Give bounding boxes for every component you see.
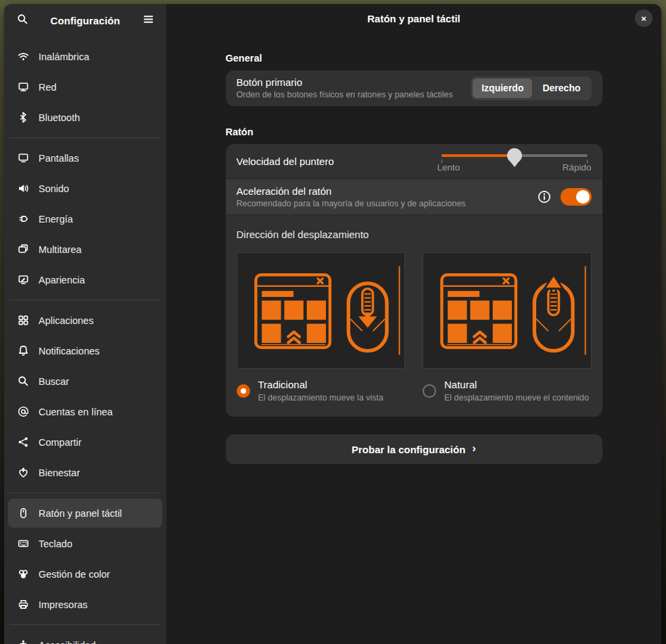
sidebar-item-label: Multitarea: [39, 244, 82, 255]
pointer-speed-slider[interactable]: Lento Rápido: [437, 150, 592, 172]
sidebar-item-bienestar[interactable]: Bienestar: [8, 458, 162, 487]
sidebar-item-label: Compartir: [39, 437, 82, 448]
toggle-knob: [576, 190, 590, 204]
sound-icon: [17, 183, 29, 195]
sidebar-item-red[interactable]: Red: [8, 72, 162, 101]
mouse-icon: [17, 507, 29, 520]
sidebar-divider: [9, 624, 161, 625]
sidebar-item-energia[interactable]: Energía: [8, 204, 162, 233]
acceleration-toggle[interactable]: [561, 188, 592, 206]
info-icon[interactable]: [538, 190, 551, 204]
sidebar-item-label: Sonido: [39, 183, 69, 194]
search-icon: [17, 375, 29, 388]
sidebar-item-aplicaciones[interactable]: Aplicaciones: [8, 306, 162, 335]
sidebar-header: Configuración: [4, 4, 166, 35]
radio-tradicional[interactable]: [237, 384, 250, 398]
general-heading: General: [226, 53, 602, 64]
sidebar-item-label: Energía: [39, 214, 73, 225]
sidebar-item-impresoras[interactable]: Impresoras: [8, 590, 162, 619]
wellbeing-icon: [17, 467, 29, 479]
sidebar-item-inalambrica[interactable]: Inalámbrica: [8, 42, 162, 71]
sidebar-item-label: Pantallas: [39, 153, 79, 164]
scroll-direction-options: TradicionalEl desplazamiento mueve la vi…: [237, 252, 592, 403]
pointer-speed-row: Velocidad del puntero Lento Rápido: [226, 144, 602, 179]
main-menu-button[interactable]: [137, 9, 160, 32]
scroll-option-text: NaturalEl desplazamiento mueve el conten…: [444, 379, 589, 403]
main-header: Ratón y panel táctil ×: [166, 4, 661, 32]
scroll-option-text: TradicionalEl desplazamiento mueve la vi…: [258, 379, 384, 403]
sidebar-item-teclado[interactable]: Teclado: [8, 529, 162, 558]
at-icon: [17, 406, 29, 418]
sidebar-item-label: Apariencia: [39, 275, 85, 285]
color-icon: [17, 568, 29, 580]
search-button[interactable]: [11, 9, 34, 32]
sidebar-item-multitarea[interactable]: Multitarea: [8, 235, 162, 264]
sidebar-item-pantallas[interactable]: Pantallas: [8, 143, 162, 172]
scroll-illustration-natural[interactable]: [423, 252, 592, 369]
sidebar-item-gestion-de-color[interactable]: Gestión de color: [8, 559, 162, 589]
sidebar-divider: [9, 300, 161, 300]
slider-handle[interactable]: [507, 148, 522, 163]
sidebar-item-notificaciones[interactable]: Notificaciones: [8, 336, 162, 365]
close-button[interactable]: ×: [635, 9, 652, 27]
test-settings-button[interactable]: Probar la configuración ›: [226, 434, 602, 464]
acceleration-row: Aceleración del ratón Recomendado para l…: [226, 179, 602, 214]
sidebar-item-apariencia[interactable]: Apariencia: [8, 265, 162, 294]
scroll-illustration-tradicional[interactable]: [237, 252, 406, 369]
primary-button-row: Botón primario Orden de los botones físi…: [226, 70, 602, 106]
scroll-direction-label: Dirección del desplazamiento: [237, 229, 592, 240]
sidebar-item-bluetooth[interactable]: Bluetooth: [8, 103, 162, 132]
slider-track[interactable]: [442, 154, 588, 157]
radio-natural[interactable]: [423, 384, 436, 398]
sidebar-item-label: Notificaciones: [39, 346, 99, 356]
mouse-card: Velocidad del puntero Lento Rápido: [226, 144, 602, 417]
sidebar-item-raton-y-panel-tactil[interactable]: Ratón y panel táctil: [8, 499, 162, 528]
sidebar-item-compartir[interactable]: Compartir: [8, 428, 162, 457]
sidebar-item-cuentas-en-linea[interactable]: Cuentas en línea: [8, 397, 162, 426]
pointer-speed-label: Velocidad del puntero: [237, 156, 334, 167]
accessibility-icon: [17, 639, 29, 644]
sidebar-item-sonido[interactable]: Sonido: [8, 174, 162, 203]
bluetooth-icon: [17, 112, 29, 124]
sidebar-divider: [9, 137, 161, 138]
sidebar-item-label: Impresoras: [39, 599, 88, 610]
scroll-option-row-natural: NaturalEl desplazamiento mueve el conten…: [423, 379, 592, 403]
sidebar-item-label: Accesibilidad: [39, 640, 96, 644]
power-icon: [17, 213, 29, 225]
slider-fill: [442, 154, 515, 157]
wifi-icon: [17, 51, 29, 63]
settings-window: Configuración InalámbricaRedBluetoothPan…: [4, 4, 661, 644]
general-card: Botón primario Orden de los botones físi…: [226, 70, 602, 106]
scroll-option-row-tradicional: TradicionalEl desplazamiento mueve la vi…: [237, 379, 406, 403]
sidebar-divider: [9, 492, 161, 493]
slider-min-label: Lento: [437, 162, 460, 172]
primary-button-title: Botón primario: [237, 76, 453, 88]
appearance-icon: [17, 274, 29, 286]
hamburger-menu-icon: [143, 14, 154, 27]
content-area: General Botón primario Orden de los boto…: [166, 32, 661, 644]
slider-tick-max: [587, 160, 588, 163]
primary-button-segmented: IzquierdoDerecho: [471, 76, 591, 100]
sidebar-item-buscar[interactable]: Buscar: [8, 367, 162, 396]
primary-button-subtitle: Orden de los botones físicos en ratones …: [237, 90, 453, 99]
scroll-option-name: Tradicional: [258, 379, 384, 390]
sidebar-item-label: Cuentas en línea: [39, 407, 113, 417]
scroll-option-tradicional: TradicionalEl desplazamiento mueve la vi…: [237, 252, 406, 403]
content-column: General Botón primario Orden de los boto…: [226, 32, 602, 644]
primary-button-text: Botón primario Orden de los botones físi…: [237, 76, 453, 99]
acceleration-text: Aceleración del ratón Recomendado para l…: [237, 185, 466, 208]
mouse-heading: Ratón: [226, 127, 602, 137]
sidebar-item-label: Buscar: [39, 376, 69, 387]
search-icon: [17, 14, 28, 27]
close-icon: ×: [641, 14, 646, 23]
sidebar-item-label: Bluetooth: [39, 112, 80, 123]
primary-button-option-derecho[interactable]: Derecho: [533, 78, 589, 98]
primary-button-option-izquierdo[interactable]: Izquierdo: [473, 78, 532, 98]
sidebar-item-label: Bienestar: [39, 467, 80, 478]
sidebar: Configuración InalámbricaRedBluetoothPan…: [4, 4, 166, 644]
keyboard-icon: [17, 538, 29, 550]
display-icon: [17, 152, 29, 164]
share-icon: [17, 436, 29, 448]
multitasking-icon: [17, 244, 29, 256]
sidebar-item-accesibilidad[interactable]: Accesibilidad: [8, 630, 162, 644]
